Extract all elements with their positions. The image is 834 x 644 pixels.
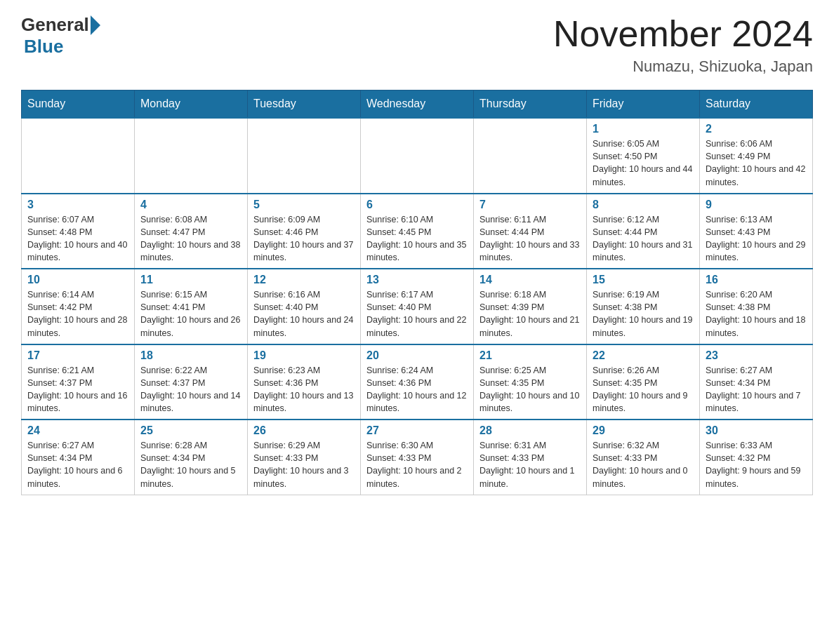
calendar-cell: 19Sunrise: 6:23 AMSunset: 4:36 PMDayligh… <box>248 344 361 420</box>
day-number: 7 <box>479 199 581 211</box>
calendar-cell: 20Sunrise: 6:24 AMSunset: 4:36 PMDayligh… <box>361 344 474 420</box>
day-number: 23 <box>706 349 807 362</box>
calendar-cell: 2Sunrise: 6:06 AMSunset: 4:49 PMDaylight… <box>700 118 813 194</box>
calendar-cell: 17Sunrise: 6:21 AMSunset: 4:37 PMDayligh… <box>22 344 135 420</box>
day-number: 28 <box>479 424 581 437</box>
day-info: Sunrise: 6:11 AMSunset: 4:44 PMDaylight:… <box>479 213 581 264</box>
day-info: Sunrise: 6:15 AMSunset: 4:41 PMDaylight:… <box>140 288 241 340</box>
calendar-cell: 21Sunrise: 6:25 AMSunset: 4:35 PMDayligh… <box>474 344 587 420</box>
day-info: Sunrise: 6:31 AMSunset: 4:33 PMDaylight:… <box>479 439 581 490</box>
calendar-cell: 3Sunrise: 6:07 AMSunset: 4:48 PMDaylight… <box>22 194 135 269</box>
calendar-week-row: 3Sunrise: 6:07 AMSunset: 4:48 PMDaylight… <box>22 194 813 269</box>
calendar-cell <box>361 118 474 194</box>
month-title: November 2024 <box>553 14 813 54</box>
calendar-cell: 10Sunrise: 6:14 AMSunset: 4:42 PMDayligh… <box>22 269 135 344</box>
calendar-header-row: SundayMondayTuesdayWednesdayThursdayFrid… <box>22 90 813 119</box>
day-number: 20 <box>366 349 468 362</box>
calendar-cell: 9Sunrise: 6:13 AMSunset: 4:43 PMDaylight… <box>700 194 813 269</box>
calendar-cell: 30Sunrise: 6:33 AMSunset: 4:32 PMDayligh… <box>700 420 813 495</box>
calendar-week-row: 17Sunrise: 6:21 AMSunset: 4:37 PMDayligh… <box>22 344 813 420</box>
day-info: Sunrise: 6:19 AMSunset: 4:38 PMDaylight:… <box>593 288 694 340</box>
calendar-cell: 23Sunrise: 6:27 AMSunset: 4:34 PMDayligh… <box>700 344 813 420</box>
calendar-table: SundayMondayTuesdayWednesdayThursdayFrid… <box>21 90 813 495</box>
calendar-week-row: 1Sunrise: 6:05 AMSunset: 4:50 PMDaylight… <box>22 118 813 194</box>
day-number: 3 <box>27 199 128 211</box>
day-info: Sunrise: 6:17 AMSunset: 4:40 PMDaylight:… <box>366 288 468 340</box>
weekday-header-monday: Monday <box>135 90 248 119</box>
calendar-cell: 14Sunrise: 6:18 AMSunset: 4:39 PMDayligh… <box>474 269 587 344</box>
day-number: 26 <box>253 424 355 437</box>
weekday-header-thursday: Thursday <box>474 90 587 119</box>
weekday-header-tuesday: Tuesday <box>248 90 361 119</box>
calendar-cell: 7Sunrise: 6:11 AMSunset: 4:44 PMDaylight… <box>474 194 587 269</box>
day-number: 25 <box>140 424 241 437</box>
day-info: Sunrise: 6:06 AMSunset: 4:49 PMDaylight:… <box>706 137 807 189</box>
day-info: Sunrise: 6:28 AMSunset: 4:34 PMDaylight:… <box>140 439 241 490</box>
day-info: Sunrise: 6:16 AMSunset: 4:40 PMDaylight:… <box>253 288 355 340</box>
calendar-cell: 24Sunrise: 6:27 AMSunset: 4:34 PMDayligh… <box>22 420 135 495</box>
logo: General Blue <box>21 14 102 58</box>
day-info: Sunrise: 6:30 AMSunset: 4:33 PMDaylight:… <box>366 439 468 490</box>
day-number: 17 <box>27 349 128 362</box>
day-info: Sunrise: 6:07 AMSunset: 4:48 PMDaylight:… <box>27 213 128 264</box>
day-info: Sunrise: 6:22 AMSunset: 4:37 PMDaylight:… <box>140 364 241 415</box>
day-number: 15 <box>593 274 694 286</box>
day-info: Sunrise: 6:14 AMSunset: 4:42 PMDaylight:… <box>27 288 128 340</box>
title-block: November 2024 Numazu, Shizuoka, Japan <box>553 14 813 76</box>
day-number: 22 <box>593 349 694 362</box>
day-number: 10 <box>27 274 128 286</box>
calendar-cell: 27Sunrise: 6:30 AMSunset: 4:33 PMDayligh… <box>361 420 474 495</box>
calendar-cell: 8Sunrise: 6:12 AMSunset: 4:44 PMDaylight… <box>587 194 700 269</box>
calendar-cell: 11Sunrise: 6:15 AMSunset: 4:41 PMDayligh… <box>135 269 248 344</box>
calendar-cell: 25Sunrise: 6:28 AMSunset: 4:34 PMDayligh… <box>135 420 248 495</box>
day-info: Sunrise: 6:23 AMSunset: 4:36 PMDaylight:… <box>253 364 355 415</box>
day-info: Sunrise: 6:33 AMSunset: 4:32 PMDaylight:… <box>706 439 807 490</box>
calendar-cell: 18Sunrise: 6:22 AMSunset: 4:37 PMDayligh… <box>135 344 248 420</box>
location-subtitle: Numazu, Shizuoka, Japan <box>553 58 813 76</box>
day-number: 16 <box>706 274 807 286</box>
day-number: 2 <box>706 123 807 135</box>
logo-triangle-icon <box>91 15 100 35</box>
day-info: Sunrise: 6:29 AMSunset: 4:33 PMDaylight:… <box>253 439 355 490</box>
day-number: 19 <box>253 349 355 362</box>
weekday-header-friday: Friday <box>587 90 700 119</box>
day-info: Sunrise: 6:26 AMSunset: 4:35 PMDaylight:… <box>593 364 694 415</box>
calendar-week-row: 10Sunrise: 6:14 AMSunset: 4:42 PMDayligh… <box>22 269 813 344</box>
day-info: Sunrise: 6:08 AMSunset: 4:47 PMDaylight:… <box>140 213 241 264</box>
day-info: Sunrise: 6:27 AMSunset: 4:34 PMDaylight:… <box>706 364 807 415</box>
calendar-cell: 22Sunrise: 6:26 AMSunset: 4:35 PMDayligh… <box>587 344 700 420</box>
day-number: 30 <box>706 424 807 437</box>
day-number: 9 <box>706 199 807 211</box>
day-info: Sunrise: 6:09 AMSunset: 4:46 PMDaylight:… <box>253 213 355 264</box>
day-info: Sunrise: 6:21 AMSunset: 4:37 PMDaylight:… <box>27 364 128 415</box>
weekday-header-saturday: Saturday <box>700 90 813 119</box>
calendar-cell: 4Sunrise: 6:08 AMSunset: 4:47 PMDaylight… <box>135 194 248 269</box>
logo-general-text: General <box>21 14 89 36</box>
day-number: 12 <box>253 274 355 286</box>
calendar-cell <box>248 118 361 194</box>
weekday-header-sunday: Sunday <box>22 90 135 119</box>
calendar-cell: 6Sunrise: 6:10 AMSunset: 4:45 PMDaylight… <box>361 194 474 269</box>
calendar-cell <box>135 118 248 194</box>
day-info: Sunrise: 6:12 AMSunset: 4:44 PMDaylight:… <box>593 213 694 264</box>
day-info: Sunrise: 6:20 AMSunset: 4:38 PMDaylight:… <box>706 288 807 340</box>
day-number: 1 <box>593 123 694 135</box>
day-info: Sunrise: 6:18 AMSunset: 4:39 PMDaylight:… <box>479 288 581 340</box>
day-info: Sunrise: 6:24 AMSunset: 4:36 PMDaylight:… <box>366 364 468 415</box>
day-info: Sunrise: 6:05 AMSunset: 4:50 PMDaylight:… <box>593 137 694 189</box>
day-number: 11 <box>140 274 241 286</box>
day-number: 13 <box>366 274 468 286</box>
calendar-cell: 1Sunrise: 6:05 AMSunset: 4:50 PMDaylight… <box>587 118 700 194</box>
day-info: Sunrise: 6:13 AMSunset: 4:43 PMDaylight:… <box>706 213 807 264</box>
day-number: 5 <box>253 199 355 211</box>
calendar-week-row: 24Sunrise: 6:27 AMSunset: 4:34 PMDayligh… <box>22 420 813 495</box>
calendar-cell <box>474 118 587 194</box>
day-info: Sunrise: 6:27 AMSunset: 4:34 PMDaylight:… <box>27 439 128 490</box>
day-number: 4 <box>140 199 241 211</box>
calendar-cell: 12Sunrise: 6:16 AMSunset: 4:40 PMDayligh… <box>248 269 361 344</box>
day-number: 21 <box>479 349 581 362</box>
day-number: 29 <box>593 424 694 437</box>
calendar-cell: 28Sunrise: 6:31 AMSunset: 4:33 PMDayligh… <box>474 420 587 495</box>
calendar-cell: 29Sunrise: 6:32 AMSunset: 4:33 PMDayligh… <box>587 420 700 495</box>
calendar-cell: 26Sunrise: 6:29 AMSunset: 4:33 PMDayligh… <box>248 420 361 495</box>
